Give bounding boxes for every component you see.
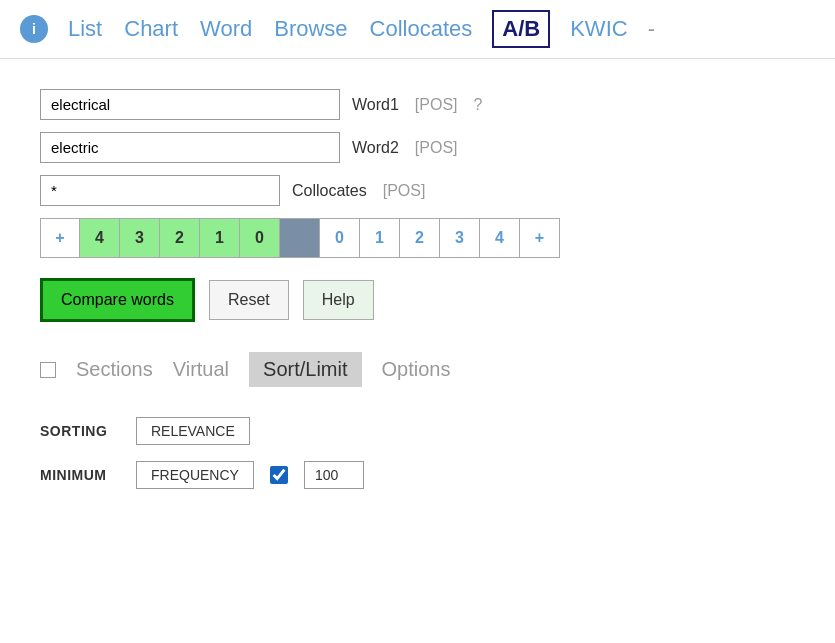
compare-words-button[interactable]: Compare words bbox=[40, 278, 195, 322]
left-num-3[interactable]: 3 bbox=[120, 218, 160, 258]
collocates-pos: [POS] bbox=[383, 182, 426, 200]
sections-tab[interactable]: Sections bbox=[76, 358, 153, 381]
word2-label: Word2 bbox=[352, 139, 399, 157]
left-num-4[interactable]: 4 bbox=[80, 218, 120, 258]
word2-input[interactable] bbox=[40, 132, 340, 163]
nav-list[interactable]: List bbox=[66, 12, 104, 46]
frequency-value[interactable]: FREQUENCY bbox=[136, 461, 254, 489]
selected-cell[interactable] bbox=[280, 218, 320, 258]
right-num-0[interactable]: 0 bbox=[320, 218, 360, 258]
info-icon[interactable]: i bbox=[20, 15, 48, 43]
right-num-4[interactable]: 4 bbox=[480, 218, 520, 258]
options-tab[interactable]: Options bbox=[382, 358, 451, 381]
right-num-2[interactable]: 2 bbox=[400, 218, 440, 258]
tab-row: Sections Virtual Sort/Limit Options bbox=[40, 352, 795, 387]
nav-kwic[interactable]: KWIC bbox=[568, 12, 629, 46]
reset-button[interactable]: Reset bbox=[209, 280, 289, 320]
main-content: Word1 [POS] ? Word2 [POS] Collocates [PO… bbox=[0, 59, 835, 535]
word1-input[interactable] bbox=[40, 89, 340, 120]
minimum-label: MINIMUM bbox=[40, 467, 120, 483]
word1-q: ? bbox=[474, 96, 483, 114]
collocates-row: Collocates [POS] bbox=[40, 175, 795, 206]
frequency-checkbox[interactable] bbox=[270, 466, 288, 484]
minimum-row: MINIMUM FREQUENCY bbox=[40, 461, 795, 489]
left-num-1[interactable]: 1 bbox=[200, 218, 240, 258]
nav-browse[interactable]: Browse bbox=[272, 12, 349, 46]
sorting-section: SORTING RELEVANCE MINIMUM FREQUENCY bbox=[40, 417, 795, 489]
word1-pos: [POS] bbox=[415, 96, 458, 114]
word2-pos: [POS] bbox=[415, 139, 458, 157]
word1-label: Word1 bbox=[352, 96, 399, 114]
sort-limit-tab[interactable]: Sort/Limit bbox=[249, 352, 361, 387]
sorting-label: SORTING bbox=[40, 423, 120, 439]
nav-dash: - bbox=[648, 16, 655, 42]
nav-word[interactable]: Word bbox=[198, 12, 254, 46]
right-plus-btn[interactable]: + bbox=[520, 218, 560, 258]
nav-chart[interactable]: Chart bbox=[122, 12, 180, 46]
right-num-1[interactable]: 1 bbox=[360, 218, 400, 258]
nav-ab[interactable]: A/B bbox=[492, 10, 550, 48]
right-num-3[interactable]: 3 bbox=[440, 218, 480, 258]
top-nav: i List Chart Word Browse Collocates A/B … bbox=[0, 0, 835, 59]
button-row: Compare words Reset Help bbox=[40, 278, 795, 322]
collocates-input[interactable] bbox=[40, 175, 280, 206]
help-button[interactable]: Help bbox=[303, 280, 374, 320]
collocates-label: Collocates bbox=[292, 182, 367, 200]
sorting-row: SORTING RELEVANCE bbox=[40, 417, 795, 445]
sections-checkbox[interactable] bbox=[40, 362, 56, 378]
nav-collocates[interactable]: Collocates bbox=[368, 12, 475, 46]
min-value-input[interactable] bbox=[304, 461, 364, 489]
left-num-2[interactable]: 2 bbox=[160, 218, 200, 258]
virtual-tab[interactable]: Virtual bbox=[173, 358, 229, 381]
sorting-value[interactable]: RELEVANCE bbox=[136, 417, 250, 445]
word2-row: Word2 [POS] bbox=[40, 132, 795, 163]
number-row: + 4 3 2 1 0 0 1 2 3 4 + bbox=[40, 218, 795, 258]
left-plus-btn[interactable]: + bbox=[40, 218, 80, 258]
left-num-0[interactable]: 0 bbox=[240, 218, 280, 258]
word1-row: Word1 [POS] ? bbox=[40, 89, 795, 120]
